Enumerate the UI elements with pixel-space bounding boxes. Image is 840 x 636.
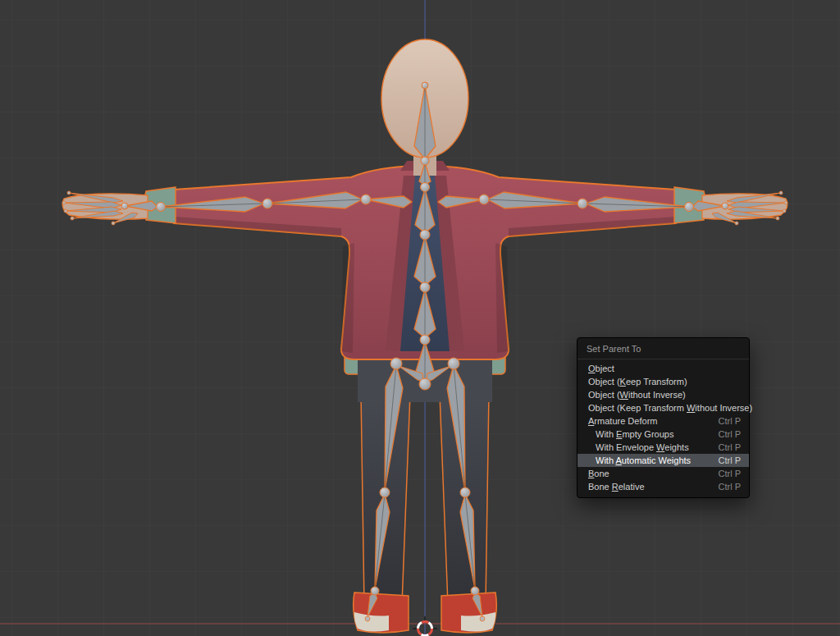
menu-item-object-keep-transform[interactable]: Object (Keep Transform) (578, 375, 749, 388)
menu-item-object-without-inverse[interactable]: Object (Without Inverse) (578, 388, 749, 401)
menu-item-bone-relative[interactable]: Bone RelativeCtrl P (578, 480, 749, 493)
menu-item-object[interactable]: Object (578, 362, 749, 375)
menu-item-label: Armature Deform (588, 414, 657, 428)
menu-item-shortcut: Ctrl P (719, 454, 742, 467)
menu-item-label: Object (Keep Transform) (588, 375, 687, 388)
menu-item-shortcut: Ctrl P (719, 441, 742, 454)
menu-item-armature-deform[interactable]: Armature DeformCtrl P (578, 414, 749, 428)
menu-item-with-envelope-weights[interactable]: With Envelope WeightsCtrl P (578, 441, 749, 454)
menu-item-with-automatic-weights[interactable]: With Automatic WeightsCtrl P (578, 454, 749, 467)
menu-item-label: Object (Without Inverse) (588, 388, 686, 401)
menu-item-shortcut: Ctrl P (719, 480, 742, 493)
menu-item-label: Bone (588, 467, 609, 480)
menu-separator (578, 359, 749, 359)
viewport-canvas[interactable] (0, 0, 840, 636)
set-parent-to-menu: Set Parent To ObjectObject (Keep Transfo… (577, 337, 750, 498)
menu-item-object-keep-transform-without-inverse[interactable]: Object (Keep Transform Without Inverse) (578, 401, 749, 414)
menu-item-label: Object (588, 362, 614, 375)
menu-item-label: With Envelope Weights (596, 441, 689, 454)
blender-3d-viewport[interactable]: Set Parent To ObjectObject (Keep Transfo… (0, 0, 840, 636)
menu-items: ObjectObject (Keep Transform)Object (Wit… (578, 362, 749, 493)
menu-item-shortcut: Ctrl P (719, 428, 742, 441)
menu-item-bone[interactable]: BoneCtrl P (578, 467, 749, 480)
menu-item-shortcut: Ctrl P (719, 414, 742, 428)
menu-item-label: Object (Keep Transform Without Inverse) (588, 401, 752, 414)
menu-item-label: With Automatic Weights (596, 454, 691, 467)
menu-item-with-empty-groups[interactable]: With Empty GroupsCtrl P (578, 428, 749, 441)
menu-item-shortcut: Ctrl P (719, 467, 742, 480)
menu-title: Set Parent To (578, 338, 749, 359)
menu-item-label: Bone Relative (588, 480, 645, 493)
menu-item-label: With Empty Groups (596, 428, 673, 441)
